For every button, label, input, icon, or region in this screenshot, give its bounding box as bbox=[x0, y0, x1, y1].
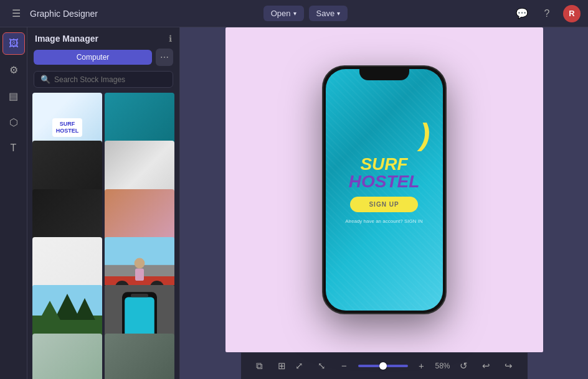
phone-mockup: SURF HOSTEL ) SIGN UP Already have an ac… bbox=[322, 65, 447, 314]
sidebar-item-shapes[interactable]: ⬡ bbox=[2, 111, 25, 133]
sidebar-item-layers[interactable]: ▤ bbox=[2, 85, 25, 107]
topbar-left: ☰ Graphic Designer bbox=[7, 5, 98, 22]
fit-screen-icon[interactable]: ⤢ bbox=[291, 357, 308, 375]
open-chevron-icon: ▾ bbox=[293, 10, 296, 17]
signup-button[interactable]: SIGN UP bbox=[350, 197, 417, 212]
sidebar-item-image-manager[interactable]: 🖼 bbox=[2, 32, 25, 55]
image-grid: SURFHOSTEL bbox=[27, 93, 179, 379]
signin-text: Already have an account? SIGN IN bbox=[345, 218, 423, 224]
more-icon: ⋯ bbox=[160, 52, 169, 62]
menu-icon[interactable]: ☰ bbox=[7, 5, 25, 22]
list-item[interactable] bbox=[32, 334, 102, 379]
svg-rect-7 bbox=[135, 268, 144, 281]
bottom-bar: ⧉ ⊞ ⤢ ⤡ − + 58% ↺ ↩ ↪ bbox=[241, 352, 528, 379]
avatar[interactable]: R bbox=[563, 5, 581, 22]
rotate-icon[interactable]: ↺ bbox=[455, 357, 473, 375]
svg-point-6 bbox=[135, 258, 145, 269]
svg-rect-16 bbox=[131, 294, 148, 297]
canvas-area[interactable]: SURF HOSTEL ) SIGN UP Already have an ac… bbox=[180, 27, 588, 379]
canvas-background: SURF HOSTEL ) SIGN UP Already have an ac… bbox=[225, 27, 543, 352]
main-area: 🖼 ⚙ ▤ ⬡ T Image Manager ℹ Computer ⋯ 🔍 S… bbox=[0, 27, 588, 379]
search-icon: 🔍 bbox=[40, 75, 50, 84]
panel-header: Image Manager ℹ bbox=[27, 27, 179, 49]
sidebar-item-text[interactable]: T bbox=[2, 137, 25, 159]
phone-screen: SURF HOSTEL ) SIGN UP Already have an ac… bbox=[326, 69, 443, 311]
undo-icon[interactable]: ↩ bbox=[478, 357, 495, 375]
panel-tabs: Computer ⋯ bbox=[27, 49, 179, 71]
surf-line1: SURF bbox=[349, 156, 420, 173]
zoom-thumb bbox=[379, 362, 387, 370]
topbar-center: Open ▾ Save ▾ bbox=[263, 6, 348, 21]
topbar-right: 💬 ? R bbox=[513, 5, 581, 22]
app-title: Graphic Designer bbox=[30, 9, 98, 19]
surf-logo: SURF HOSTEL bbox=[349, 156, 420, 190]
topbar: ☰ Graphic Designer Open ▾ Save ▾ 💬 ? R bbox=[0, 0, 588, 27]
tab-computer[interactable]: Computer bbox=[34, 50, 152, 65]
grid-toggle-icon[interactable]: ⊞ bbox=[273, 357, 291, 375]
layers-toggle-icon[interactable]: ⧉ bbox=[251, 357, 268, 375]
list-item[interactable] bbox=[105, 334, 174, 379]
redo-icon[interactable]: ↪ bbox=[500, 357, 518, 375]
squiggle-decoration: ) bbox=[420, 119, 430, 150]
panel-title: Image Manager bbox=[35, 34, 98, 44]
info-icon[interactable]: ℹ bbox=[169, 34, 172, 44]
surf-line2: HOSTEL bbox=[349, 173, 420, 190]
chat-icon[interactable]: 💬 bbox=[513, 5, 531, 22]
search-input[interactable] bbox=[54, 75, 166, 84]
sidebar-icons: 🖼 ⚙ ▤ ⬡ T bbox=[0, 27, 27, 379]
zoom-in-icon[interactable]: + bbox=[413, 357, 430, 375]
tab-more-button[interactable]: ⋯ bbox=[156, 49, 173, 66]
bottom-center-controls: ⤢ ⤡ − + 58% bbox=[291, 357, 455, 375]
open-button[interactable]: Open ▾ bbox=[263, 6, 304, 21]
image-manager-panel: Image Manager ℹ Computer ⋯ 🔍 SURFHOSTEL bbox=[27, 27, 180, 379]
save-chevron-icon: ▾ bbox=[337, 10, 340, 17]
save-button[interactable]: Save ▾ bbox=[309, 6, 348, 21]
search-bar: 🔍 bbox=[34, 71, 173, 88]
resize-icon[interactable]: ⤡ bbox=[313, 357, 331, 375]
zoom-label: 58% bbox=[435, 362, 455, 370]
phone-notch bbox=[359, 67, 409, 80]
bottom-left-controls: ⧉ ⊞ bbox=[251, 357, 291, 375]
bottom-right-controls: ↺ ↩ ↪ bbox=[455, 357, 518, 375]
sidebar-item-adjust[interactable]: ⚙ bbox=[2, 58, 25, 81]
help-icon[interactable]: ? bbox=[538, 5, 556, 22]
zoom-slider[interactable] bbox=[358, 365, 408, 367]
zoom-out-icon[interactable]: − bbox=[336, 357, 353, 375]
